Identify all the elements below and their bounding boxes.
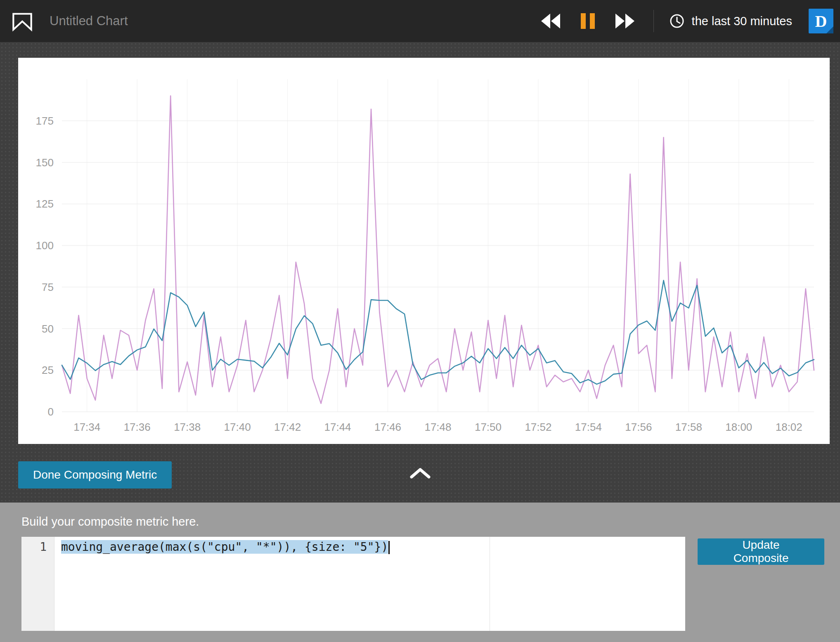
chevron-up-icon [410, 468, 431, 479]
pause-button[interactable] [577, 10, 598, 32]
avatar-letter: D [815, 12, 827, 31]
rewind-icon [541, 14, 560, 28]
svg-text:18:00: 18:00 [725, 421, 752, 433]
svg-text:17:44: 17:44 [324, 421, 351, 433]
svg-text:17:48: 17:48 [424, 421, 451, 433]
svg-text:17:56: 17:56 [625, 421, 652, 433]
rewind-button[interactable] [538, 10, 563, 32]
update-composite-button[interactable]: Update Composite [698, 538, 824, 565]
done-composing-button[interactable]: Done Composing Metric [18, 461, 172, 489]
user-avatar[interactable]: D [809, 9, 833, 33]
svg-text:0: 0 [48, 406, 54, 418]
fast-forward-button[interactable] [612, 10, 638, 32]
app: Untitled Chart [0, 0, 840, 642]
composite-builder-panel: Build your composite metric here. 1 movi… [0, 503, 840, 642]
svg-text:18:02: 18:02 [776, 421, 802, 433]
fast-forward-icon [615, 14, 634, 28]
editor-gutter: 1 [21, 537, 54, 631]
code-input[interactable]: moving_average(max(s("cpu", "*")), {size… [54, 537, 685, 631]
composite-code-editor[interactable]: 1 moving_average(max(s("cpu", "*")), {si… [21, 537, 685, 631]
time-range-label: the last 30 minutes [692, 14, 792, 28]
svg-text:17:34: 17:34 [73, 421, 100, 433]
app-logo-icon[interactable] [10, 10, 35, 32]
svg-text:17:52: 17:52 [525, 421, 551, 433]
svg-text:150: 150 [36, 156, 54, 169]
svg-text:50: 50 [42, 323, 54, 335]
line-number: 1 [21, 540, 47, 554]
chart-region: 17:3417:3617:3817:4017:4217:4417:4617:48… [0, 42, 840, 503]
collapse-panel-button[interactable] [407, 465, 433, 482]
time-range-button[interactable]: the last 30 minutes [669, 13, 792, 29]
compose-controls-row: Done Composing Metric [0, 461, 840, 490]
svg-text:17:42: 17:42 [274, 421, 301, 433]
svg-text:100: 100 [36, 239, 54, 252]
svg-text:75: 75 [42, 281, 54, 293]
svg-text:17:40: 17:40 [224, 421, 251, 433]
svg-text:17:54: 17:54 [575, 421, 602, 433]
print-margin-line [490, 537, 490, 631]
text-caret [388, 541, 390, 554]
svg-text:17:50: 17:50 [475, 421, 502, 433]
topbar-divider [653, 10, 654, 32]
svg-text:25: 25 [42, 364, 54, 376]
composite-chart: 17:3417:3617:3817:4017:4217:4417:4617:48… [18, 58, 830, 444]
selected-code-text: moving_average(max(s("cpu", "*")), {size… [61, 540, 388, 554]
panel-heading: Build your composite metric here. [21, 515, 824, 529]
top-bar: Untitled Chart [0, 0, 840, 42]
chart-panel: 17:3417:3617:3817:4017:4217:4417:4617:48… [18, 58, 830, 444]
svg-text:175: 175 [36, 115, 54, 127]
svg-text:17:38: 17:38 [174, 421, 201, 433]
editor-row: 1 moving_average(max(s("cpu", "*")), {si… [21, 537, 824, 631]
pause-icon [581, 13, 595, 29]
clock-icon [669, 13, 685, 29]
svg-text:17:58: 17:58 [675, 421, 702, 433]
svg-text:17:46: 17:46 [374, 421, 401, 433]
playback-controls [538, 10, 638, 32]
svg-text:125: 125 [36, 198, 54, 210]
avatar-corner-fold [826, 26, 833, 33]
chart-title[interactable]: Untitled Chart [50, 14, 128, 28]
svg-text:17:36: 17:36 [124, 421, 151, 433]
